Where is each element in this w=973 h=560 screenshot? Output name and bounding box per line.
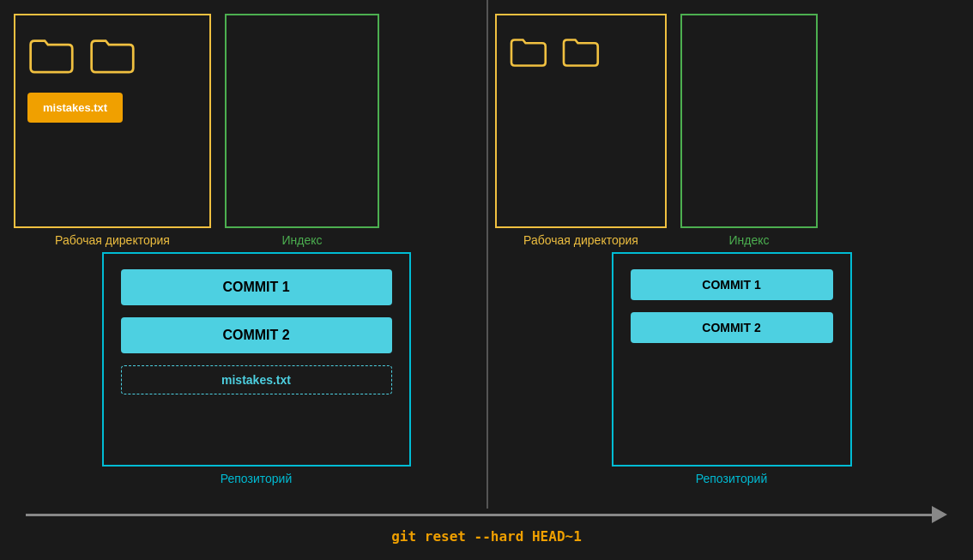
left-folder2-icon (88, 34, 136, 75)
left-folder1-icon (27, 34, 75, 75)
left-mistakes-repo-badge: mistakes.txt (121, 365, 392, 394)
arrow-label: git reset --hard HEAD~1 (391, 528, 582, 545)
arrow-shaft (26, 514, 932, 516)
arrow-head (932, 506, 947, 523)
vertical-divider (486, 0, 488, 509)
right-top-boxes: Рабочая директория Индекс (495, 14, 959, 247)
right-index-label: Индекс (728, 233, 769, 247)
right-repo-label: Репозиторий (696, 472, 767, 485)
right-half: Рабочая директория Индекс COMMIT 1 COMMI… (486, 0, 973, 560)
right-index-box (680, 14, 818, 228)
left-top-boxes: mistakes.txt Рабочая директория Индекс (14, 14, 473, 247)
right-working-dir-box (495, 14, 667, 228)
right-working-dir-section: Рабочая директория (495, 14, 667, 247)
arrow-line (26, 506, 947, 523)
left-index-box (225, 14, 379, 228)
left-commit2-badge: COMMIT 2 (121, 317, 392, 353)
right-folders-row (509, 34, 653, 69)
left-repo-box: COMMIT 1 COMMIT 2 mistakes.txt (102, 252, 411, 467)
right-index-section: Индекс (680, 14, 818, 247)
left-commit1-badge: COMMIT 1 (121, 269, 392, 305)
left-repo-label: Репозиторий (221, 472, 292, 485)
right-commit2-badge: COMMIT 2 (631, 312, 833, 343)
left-repo-section: COMMIT 1 COMMIT 2 mistakes.txt Репозитор… (39, 252, 473, 485)
left-working-dir-section: mistakes.txt Рабочая директория (14, 14, 211, 247)
right-repo-section: COMMIT 1 COMMIT 2 Репозиторий (504, 252, 959, 485)
right-repo-box: COMMIT 1 COMMIT 2 (612, 252, 852, 467)
left-half: mistakes.txt Рабочая директория Индекс C… (0, 0, 486, 560)
left-working-dir-label: Рабочая директория (55, 233, 170, 247)
left-folders-row (27, 34, 197, 75)
left-working-dir-box: mistakes.txt (14, 14, 211, 228)
right-folder2-icon (561, 34, 600, 69)
left-index-section: Индекс (225, 14, 379, 247)
right-working-dir-label: Рабочая директория (523, 233, 638, 247)
right-commit1-badge: COMMIT 1 (631, 269, 833, 300)
main-container: mistakes.txt Рабочая директория Индекс C… (0, 0, 973, 560)
right-folder1-icon (509, 34, 547, 69)
left-mistakes-badge: mistakes.txt (27, 93, 123, 123)
left-index-label: Индекс (281, 233, 322, 247)
arrow-container: git reset --hard HEAD~1 (26, 506, 947, 545)
